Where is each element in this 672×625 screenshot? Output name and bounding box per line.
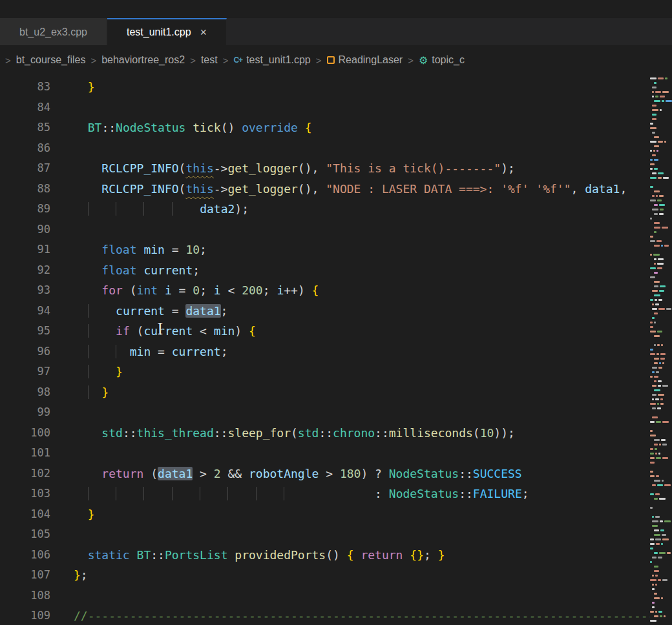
line-number[interactable]: 96	[0, 342, 50, 362]
code-lines[interactable]: 83 }8485 BT::NodeStatus tick() override …	[0, 75, 650, 625]
code-line-104[interactable]: 104 }	[0, 504, 650, 525]
minimap-row	[650, 76, 672, 81]
minimap-mark	[658, 385, 661, 387]
code-line-101[interactable]: 101	[0, 443, 650, 464]
code-line-109[interactable]: 109//-----------------------------------…	[0, 606, 650, 625]
minimap-mark	[652, 371, 655, 373]
line-number[interactable]: 89	[0, 199, 50, 220]
line-number[interactable]: 85	[0, 118, 50, 138]
code-line-100[interactable]: 100 std::this_thread::sleep_for(std::chr…	[0, 423, 650, 444]
breadcrumb-item-behaviortree-ros2[interactable]: behaviortree_ros2	[101, 54, 185, 66]
line-number[interactable]: 100	[0, 423, 50, 444]
minimap-mark	[654, 82, 656, 84]
code-line-102[interactable]: 102 return (data1 > 2 && robotAngle > 18…	[0, 464, 650, 484]
minimap-row	[650, 298, 672, 302]
minimap-mark	[652, 172, 656, 174]
minimap-mark	[654, 258, 656, 260]
code-line-84[interactable]: 84	[0, 97, 650, 118]
line-number[interactable]: 104	[0, 504, 50, 525]
code-line-106[interactable]: 106 static BT::PortsList providedPorts()…	[0, 545, 650, 566]
minimap-mark	[652, 367, 657, 369]
line-number[interactable]: 91	[0, 240, 50, 260]
minimap-row	[650, 207, 672, 212]
line-number[interactable]: 102	[0, 464, 50, 484]
code-line-105[interactable]: 105	[0, 524, 650, 545]
minimap-mark	[660, 96, 665, 97]
minimap-mark	[654, 597, 660, 599]
code-line-87[interactable]: 87 RCLCPP_INFO(this->get_logger(), "This…	[0, 158, 650, 179]
line-number[interactable]: 90	[0, 220, 50, 240]
line-number[interactable]: 93	[0, 280, 50, 301]
code-line-89[interactable]: 89 data2);	[0, 199, 650, 220]
breadcrumb-item-bt-course-files[interactable]: bt_course_files	[16, 54, 86, 66]
code-line-88[interactable]: 88 RCLCPP_INFO(this->get_logger(), "NODE…	[0, 179, 650, 200]
code-line-83[interactable]: 83 }	[0, 77, 650, 97]
minimap-mark	[662, 91, 669, 93]
tab-close-icon[interactable]: ×	[200, 26, 207, 38]
cpp-file-icon: C+	[233, 56, 242, 65]
breadcrumb-item-topic[interactable]: ⚙topic_c	[419, 54, 465, 67]
line-number[interactable]: 106	[0, 545, 50, 566]
line-number[interactable]: 99	[0, 402, 50, 423]
minimap-mark	[658, 394, 664, 396]
minimap-row	[650, 149, 672, 153]
editor-pane[interactable]: 83 }8485 BT::NodeStatus tick() override …	[0, 75, 672, 625]
line-number[interactable]: 109	[0, 606, 50, 625]
minimap-row	[650, 117, 672, 121]
code-line-91[interactable]: 91 float min = 10;	[0, 240, 650, 260]
line-number[interactable]: 103	[0, 484, 50, 504]
line-number[interactable]: 95	[0, 321, 50, 342]
minimap-mark	[652, 91, 654, 93]
code-line-103[interactable]: 103 : NodeStatus::FAILURE;	[0, 484, 650, 504]
line-number[interactable]: 83	[0, 77, 50, 97]
breadcrumb-item-reading-laser[interactable]: ReadingLaser	[327, 54, 403, 66]
code-line-93[interactable]: 93 for (int i = 0; i < 200; i++) {	[0, 280, 650, 301]
minimap-mark	[652, 516, 654, 518]
minimap-mark	[650, 376, 653, 378]
minimap[interactable]	[650, 75, 672, 625]
line-number[interactable]: 88	[0, 179, 50, 200]
code-line-86[interactable]: 86	[0, 138, 650, 159]
minimap-mark	[655, 611, 657, 613]
code-line-98[interactable]: 98 }	[0, 382, 650, 403]
breadcrumb-item-test[interactable]: test	[201, 54, 218, 66]
line-number[interactable]: 84	[0, 97, 50, 118]
code-line-90[interactable]: 90	[0, 220, 650, 240]
code-line-95[interactable]: 95 if (current < min) {	[0, 321, 650, 342]
line-number[interactable]: 86	[0, 138, 50, 159]
minimap-mark	[655, 91, 661, 93]
code-line-96[interactable]: 96 min = current;	[0, 342, 650, 362]
code-line-92[interactable]: 92 float current;	[0, 260, 650, 281]
minimap-mark	[655, 575, 658, 577]
code-line-108[interactable]: 108	[0, 586, 650, 606]
line-number[interactable]: 92	[0, 260, 50, 281]
line-number[interactable]: 98	[0, 382, 50, 403]
breadcrumb-item-test-unit1-cpp[interactable]: C+test_unit1.cpp	[233, 54, 310, 66]
minimap-mark	[650, 353, 655, 355]
line-number[interactable]: 87	[0, 158, 50, 179]
minimap-mark	[652, 114, 656, 116]
minimap-row	[650, 542, 672, 546]
line-number[interactable]: 97	[0, 362, 50, 382]
minimap-mark	[656, 195, 658, 197]
minimap-mark	[650, 218, 652, 220]
code-line-85[interactable]: 85 BT::NodeStatus tick() override {	[0, 118, 650, 138]
tab-test_unit1[interactable]: test_unit1.cpp×	[107, 18, 227, 45]
tab-bt_u2_ex3[interactable]: bt_u2_ex3.cpp	[0, 18, 107, 45]
minimap-row	[650, 361, 672, 365]
code-line-107[interactable]: 107};	[0, 565, 650, 586]
line-number[interactable]: 101	[0, 443, 50, 464]
minimap-row	[650, 564, 672, 569]
line-content: //--------------------------------------…	[50, 606, 650, 625]
code-line-97[interactable]: 97 }	[0, 362, 650, 382]
minimap-mark	[652, 109, 658, 111]
minimap-row	[650, 221, 672, 225]
line-number[interactable]: 105	[0, 524, 50, 545]
line-number[interactable]: 94	[0, 301, 50, 322]
line-number[interactable]: 107	[0, 565, 50, 586]
code-line-99[interactable]: 99	[0, 402, 650, 423]
line-content: }	[50, 504, 95, 525]
line-number[interactable]: 108	[0, 586, 50, 606]
minimap-mark	[652, 154, 656, 156]
code-line-94[interactable]: 94 current = data1;	[0, 301, 650, 322]
